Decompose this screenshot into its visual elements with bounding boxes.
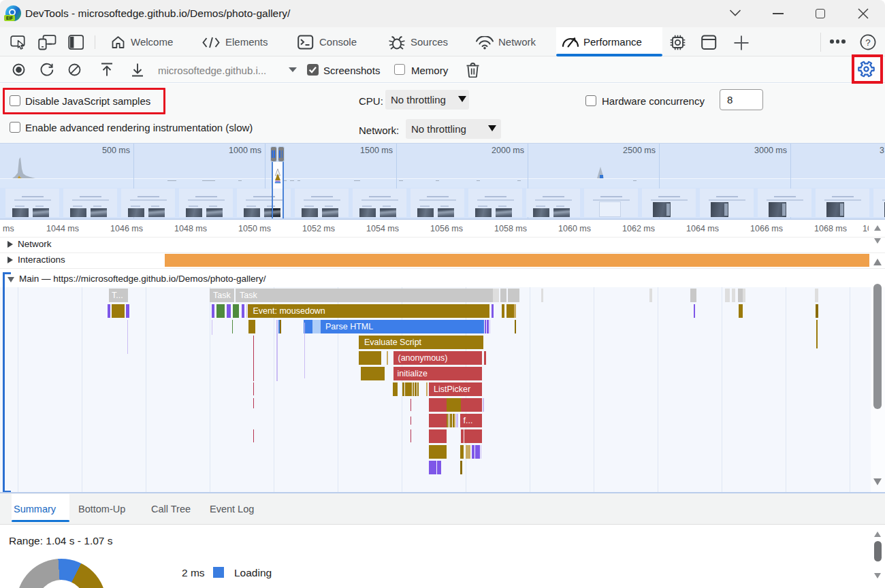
svg-text:?: ? xyxy=(865,37,871,48)
